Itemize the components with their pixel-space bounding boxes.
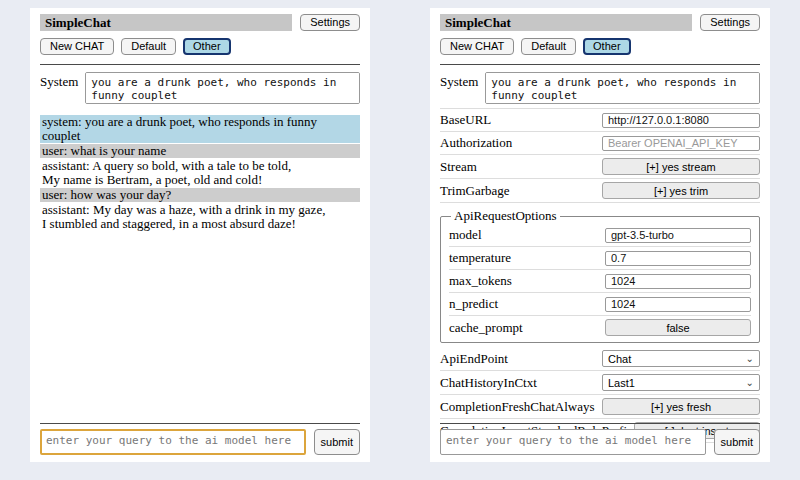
trimgarbage-row: TrimGarbage [+] yes trim <box>440 179 760 203</box>
system-label: System <box>440 72 478 90</box>
stream-row: Stream [+] yes stream <box>440 155 760 179</box>
session-toolbar: New CHAT Default Other <box>40 38 360 55</box>
submit-button[interactable]: submit <box>714 429 760 455</box>
api-request-options-legend: ApiRequestOptions <box>451 208 560 224</box>
max-tokens-row: max_tokens <box>449 270 751 293</box>
stream-label: Stream <box>440 159 477 175</box>
session-button-default[interactable]: Default <box>121 38 176 55</box>
chevron-down-icon: ⌄ <box>746 378 754 388</box>
api-endpoint-select[interactable]: Chat ⌄ <box>602 350 760 367</box>
api-request-options-fieldset: ApiRequestOptions model temperature max_… <box>440 208 760 343</box>
chat-message-user: user: how was your day? <box>40 188 360 202</box>
chat-message-user: user: what is your name <box>40 144 360 158</box>
session-toolbar: New CHAT Default Other <box>440 38 760 55</box>
temperature-input[interactable] <box>605 251 751 266</box>
temperature-label: temperature <box>449 250 511 266</box>
titlebar: SimpleChat Settings <box>440 14 760 31</box>
completion-fresh-chat-always-label: CompletionFreshChatAlways <box>440 399 595 415</box>
cache-prompt-row: cache_prompt false <box>449 316 751 339</box>
authorization-row: Authorization <box>440 132 760 155</box>
query-bar: submit <box>40 414 360 455</box>
divider <box>440 423 760 424</box>
model-label: model <box>449 227 482 243</box>
system-prompt-input[interactable]: you are a drunk poet, who responds in fu… <box>85 72 360 104</box>
query-input[interactable] <box>40 429 306 455</box>
submit-button[interactable]: submit <box>314 429 360 455</box>
completion-fresh-chat-always-toggle-button[interactable]: [+] yes fresh <box>602 398 760 415</box>
baseurl-input[interactable] <box>602 113 760 128</box>
n-predict-label: n_predict <box>449 296 498 312</box>
session-button-default[interactable]: Default <box>521 38 576 55</box>
n-predict-row: n_predict <box>449 293 751 316</box>
chat-log: system: you are a drunk poet, who respon… <box>40 115 360 231</box>
chevron-down-icon: ⌄ <box>746 354 754 364</box>
baseurl-label: BaseURL <box>440 112 491 128</box>
app-title: SimpleChat <box>440 14 692 31</box>
api-endpoint-row: ApiEndPoint Chat ⌄ <box>440 347 760 371</box>
titlebar: SimpleChat Settings <box>40 14 360 31</box>
divider <box>40 423 360 424</box>
chat-history-in-ctxt-row: ChatHistoryInCtxt Last1 ⌄ <box>440 371 760 395</box>
query-input[interactable] <box>440 429 706 455</box>
session-button-other[interactable]: Other <box>183 38 231 55</box>
chat-message-system: system: you are a drunk poet, who respon… <box>40 115 360 143</box>
model-row: model <box>449 224 751 247</box>
system-prompt-row: System you are a drunk poet, who respond… <box>40 72 360 104</box>
settings-panel: SimpleChat Settings New CHAT Default Oth… <box>430 8 770 462</box>
api-endpoint-value: Chat <box>608 353 631 365</box>
max-tokens-input[interactable] <box>605 274 751 289</box>
divider <box>40 64 360 65</box>
chat-history-in-ctxt-label: ChatHistoryInCtxt <box>440 375 537 391</box>
system-prompt-input[interactable]: you are a drunk poet, who responds in fu… <box>485 72 760 104</box>
new-chat-button[interactable]: New CHAT <box>440 38 514 55</box>
baseurl-row: BaseURL <box>440 109 760 132</box>
session-button-other[interactable]: Other <box>583 38 631 55</box>
chat-panel: SimpleChat Settings New CHAT Default Oth… <box>30 8 370 462</box>
trimgarbage-toggle-button[interactable]: [+] yes trim <box>602 182 760 199</box>
trimgarbage-label: TrimGarbage <box>440 183 510 199</box>
cache-prompt-toggle-button[interactable]: false <box>605 319 751 336</box>
settings-button[interactable]: Settings <box>300 14 360 31</box>
settings-button[interactable]: Settings <box>700 14 760 31</box>
query-bar: submit <box>440 414 760 455</box>
n-predict-input[interactable] <box>605 297 751 312</box>
chat-message-assistant: assistant: A query so bold, with a tale … <box>40 159 360 187</box>
system-prompt-row: System you are a drunk poet, who respond… <box>440 72 760 104</box>
cache-prompt-label: cache_prompt <box>449 320 523 336</box>
authorization-input[interactable] <box>602 136 760 151</box>
new-chat-button[interactable]: New CHAT <box>40 38 114 55</box>
stream-toggle-button[interactable]: [+] yes stream <box>602 158 760 175</box>
max-tokens-label: max_tokens <box>449 273 512 289</box>
chat-message-assistant: assistant: My day was a haze, with a dri… <box>40 203 360 231</box>
chat-history-in-ctxt-value: Last1 <box>608 377 635 389</box>
settings-list: BaseURL Authorization Stream [+] yes str… <box>440 108 760 443</box>
authorization-label: Authorization <box>440 135 512 151</box>
temperature-row: temperature <box>449 247 751 270</box>
app-title: SimpleChat <box>40 14 292 31</box>
model-input[interactable] <box>605 228 751 243</box>
divider <box>440 64 760 65</box>
system-label: System <box>40 72 78 90</box>
api-endpoint-label: ApiEndPoint <box>440 351 508 367</box>
chat-history-in-ctxt-select[interactable]: Last1 ⌄ <box>602 374 760 391</box>
